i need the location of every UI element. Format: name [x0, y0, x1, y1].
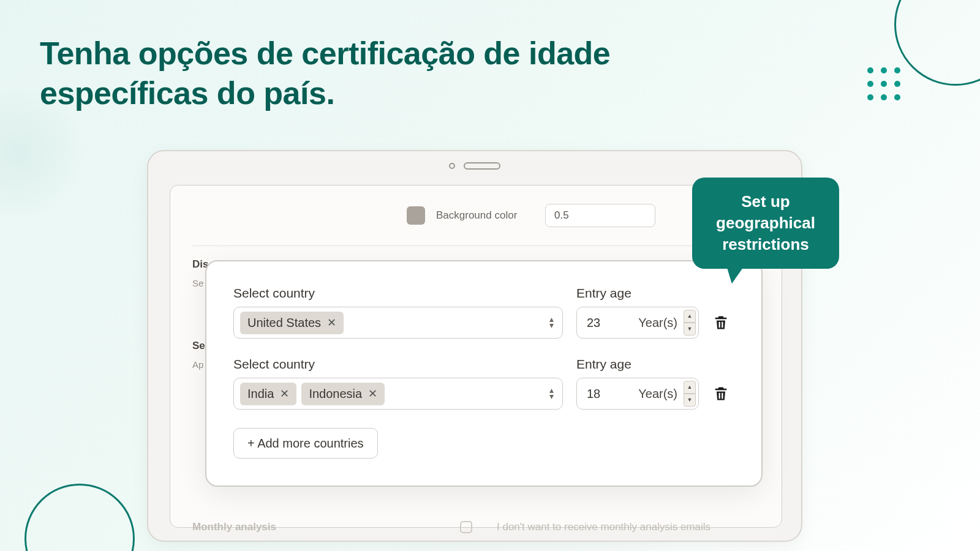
callout-bubble: Set up geographical restrictions: [692, 178, 839, 269]
entry-age-input[interactable]: 23 Year(s) ▲ ▼: [576, 307, 699, 339]
page-headline: Tenha opções de certificação de idade es…: [40, 34, 714, 113]
age-up-button[interactable]: ▲: [684, 381, 696, 394]
monthly-heading: Monthly analysis: [192, 521, 276, 533]
age-down-button[interactable]: ▼: [684, 323, 696, 335]
decorative-dot-grid: [867, 67, 900, 100]
country-multiselect[interactable]: India ✕ Indonesia ✕: [233, 378, 563, 410]
country-chip-label: Indonesia: [309, 387, 362, 401]
dropdown-caret-icon[interactable]: [549, 388, 554, 400]
country-chip: United States ✕: [240, 312, 344, 334]
age-value: 23: [587, 316, 600, 330]
age-value: 18: [587, 387, 600, 401]
age-spinner: ▲ ▼: [684, 381, 696, 407]
country-chip-label: India: [247, 387, 274, 401]
country-age-row: Select country India ✕ Indonesia ✕ Entry…: [233, 357, 734, 410]
entry-age-label: Entry age: [576, 357, 699, 372]
country-age-row: Select country United States ✕ Entry age…: [233, 286, 734, 339]
age-unit: Year(s): [638, 387, 677, 401]
divider: [192, 246, 760, 246]
monthly-analysis-row: Monthly analysis I don't want to receive…: [192, 521, 760, 533]
device-notch: [449, 162, 500, 170]
entry-age-label: Entry age: [576, 286, 699, 301]
country-multiselect[interactable]: United States ✕: [233, 307, 563, 339]
age-up-button[interactable]: ▲: [684, 310, 696, 323]
country-chip: India ✕: [240, 383, 296, 405]
trash-icon: [712, 385, 729, 402]
decorative-circle: [24, 484, 135, 551]
age-down-button[interactable]: ▼: [684, 394, 696, 407]
add-more-countries-button[interactable]: + Add more countries: [233, 428, 378, 459]
select-country-label: Select country: [233, 357, 563, 372]
remove-chip-icon[interactable]: ✕: [327, 316, 336, 329]
remove-chip-icon[interactable]: ✕: [368, 387, 377, 400]
monthly-text: I don't want to receive monthly analysis…: [497, 521, 710, 533]
age-unit: Year(s): [638, 316, 677, 330]
background-color-label: Background color: [436, 209, 534, 222]
country-chip-label: United States: [247, 316, 321, 330]
background-opacity-input[interactable]: [545, 204, 655, 227]
geo-restrictions-modal: Select country United States ✕ Entry age…: [205, 260, 763, 487]
decorative-circle: [894, 0, 980, 86]
trash-icon: [712, 314, 729, 331]
remove-chip-icon[interactable]: ✕: [280, 387, 289, 400]
select-country-label: Select country: [233, 286, 563, 301]
delete-row-button[interactable]: [712, 323, 729, 333]
age-spinner: ▲ ▼: [684, 310, 696, 335]
dropdown-caret-icon[interactable]: [549, 317, 554, 329]
delete-row-button[interactable]: [712, 394, 729, 404]
entry-age-input[interactable]: 18 Year(s) ▲ ▼: [576, 378, 699, 410]
color-swatch[interactable]: [407, 206, 425, 225]
country-chip: Indonesia ✕: [301, 383, 385, 405]
monthly-checkbox[interactable]: [460, 521, 472, 533]
